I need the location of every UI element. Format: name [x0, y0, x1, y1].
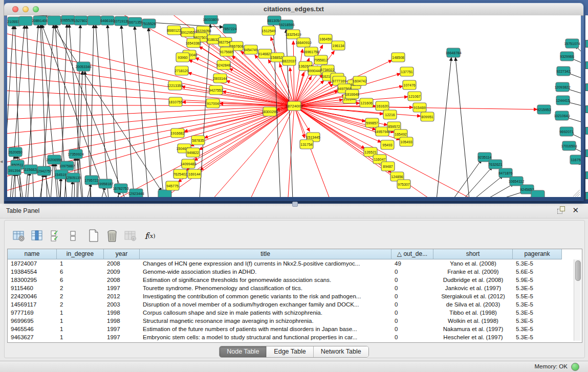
graph-node[interactable]: 12923448: [128, 189, 144, 197]
graph-node[interactable]: 89487: [381, 162, 395, 171]
graph-node[interactable]: 121606: [360, 98, 373, 107]
graph-node[interactable]: 95493: [381, 140, 394, 149]
graph-node[interactable]: [19, 16, 32, 26]
graph-node[interactable]: 137751: [400, 67, 413, 76]
show-columns-icon[interactable]: [30, 228, 45, 244]
graph-node[interactable]: 19218596: [278, 20, 294, 29]
collapsed-left-panel[interactable]: ◀: [0, 0, 4, 204]
graph-node[interactable]: 161620: [376, 101, 389, 111]
graph-node[interactable]: [158, 190, 171, 197]
graph-node[interactable]: 8660123: [167, 26, 181, 35]
graph-node[interactable]: 20053346: [75, 62, 91, 71]
graph-node[interactable]: 7515526: [142, 19, 156, 28]
graph-node[interactable]: 20891406: [32, 16, 48, 25]
table-row[interactable]: 1872400712008Changes of HCN gene express…: [8, 259, 562, 268]
graph-node[interactable]: 1916682: [170, 128, 184, 138]
graph-node[interactable]: 15751074: [564, 39, 580, 48]
new-table-icon[interactable]: [86, 228, 101, 244]
column-header[interactable]: year: [104, 249, 140, 259]
graph-node[interactable]: 121067: [408, 92, 421, 101]
graph-node[interactable]: 9692071: [559, 127, 573, 136]
table-scrollbar[interactable]: [574, 259, 581, 341]
graph-node[interactable]: 17016504: [561, 141, 577, 150]
graph-node[interactable]: 9242848: [216, 60, 230, 70]
graph-node[interactable]: 1512549: [262, 26, 275, 35]
graph-node[interactable]: 116753: [570, 155, 581, 164]
graph-node[interactable]: 9329966: [560, 52, 574, 61]
graph-node[interactable]: 17359924: [68, 149, 83, 159]
graph-node[interactable]: 391394: [8, 166, 21, 175]
tab-node-table[interactable]: Node Table: [220, 346, 267, 357]
graph-node[interactable]: 9227342: [556, 67, 570, 76]
graph-node[interactable]: 599857: [365, 118, 379, 127]
graph-node[interactable]: 1810755: [168, 97, 182, 106]
graph-node[interactable]: 10975887: [59, 161, 75, 170]
graph-node[interactable]: 2620650: [8, 147, 22, 157]
graph-node[interactable]: 945775: [166, 181, 179, 190]
canvas-resize-grip[interactable]: [573, 190, 580, 196]
column-header[interactable]: pagerank: [513, 249, 562, 259]
graph-node[interactable]: 166459: [319, 34, 332, 43]
graph-node[interactable]: 10210643: [554, 111, 570, 120]
table-row[interactable]: 969969511998Structural magnetic resonanc…: [8, 317, 562, 325]
graph-node[interactable]: 93960: [176, 53, 189, 62]
function-builder-icon[interactable]: f(x): [142, 228, 158, 244]
graph-node[interactable]: 10654112: [509, 177, 525, 186]
table-row[interactable]: 946362711997Embryonic stem cells: a mode…: [8, 333, 562, 341]
graph-node[interactable]: 1244415: [556, 96, 570, 105]
graph-node[interactable]: 8454749: [244, 45, 257, 54]
graph-node[interactable]: 20206556: [46, 155, 62, 164]
graph-node[interactable]: [48, 16, 61, 25]
graph-node[interactable]: 12213359: [167, 81, 183, 90]
graph-node[interactable]: 7632621: [488, 160, 502, 169]
graph-node[interactable]: 12942757: [36, 166, 52, 176]
graph-node[interactable]: 16648784: [445, 48, 461, 57]
table-row[interactable]: 1456911722003Disruption of a novel membe…: [8, 300, 562, 309]
table-row[interactable]: 911546021997Tourette syndrome. Phenomeno…: [8, 284, 562, 292]
graph-node[interactable]: 917004: [206, 99, 220, 108]
graph-node[interactable]: 1604742: [353, 76, 366, 85]
graph-node[interactable]: 2718120: [175, 66, 188, 75]
graph-node[interactable]: 9215953: [537, 105, 551, 114]
column-header[interactable]: △ out_de...: [391, 249, 433, 259]
graph-node[interactable]: 1816648: [345, 90, 359, 99]
graph-node[interactable]: 16033809: [203, 15, 219, 24]
graph-node[interactable]: 12505135: [65, 173, 81, 182]
graph-node[interactable]: 18300295: [262, 107, 277, 116]
network-canvas[interactable]: 2105572208914061065528715278026466160107…: [7, 15, 581, 197]
delete-table-icon[interactable]: [104, 228, 120, 244]
graph-node[interactable]: 1795722: [84, 176, 98, 185]
graph-node[interactable]: 16640910: [295, 38, 311, 47]
graph-node[interactable]: 16782753: [113, 184, 128, 193]
column-header[interactable]: title: [140, 249, 391, 259]
scrollbar-thumb[interactable]: [575, 260, 581, 281]
panel-splitter-handle[interactable]: [292, 202, 298, 207]
graph-node[interactable]: 8822037: [282, 56, 296, 65]
table-row[interactable]: 946554611997Estimation of the future num…: [8, 325, 562, 333]
graph-hub-node[interactable]: 18724007: [285, 101, 303, 111]
graph-node[interactable]: 18325419: [285, 30, 301, 39]
graph-node[interactable]: 8912955: [181, 28, 194, 37]
table-row[interactable]: 977716911998Corpus callosum shape and si…: [8, 309, 562, 317]
graph-node[interactable]: 107476: [403, 80, 416, 90]
graph-node[interactable]: [531, 190, 545, 197]
panel-collapse-arrow-icon[interactable]: ◀: [0, 160, 3, 164]
graph-node[interactable]: 915469: [413, 103, 426, 112]
graph-node[interactable]: 16671358: [127, 17, 143, 27]
graph-node[interactable]: 1527802: [74, 16, 88, 25]
column-header[interactable]: short: [433, 249, 513, 259]
graph-node[interactable]: 105493: [400, 137, 413, 146]
graph-node[interactable]: 8990448: [308, 66, 321, 75]
graph-node[interactable]: 7955812: [314, 55, 328, 64]
row-options-icon[interactable]: [66, 228, 81, 244]
graph-node[interactable]: 9427552: [209, 85, 223, 95]
table-row[interactable]: 1938455462009Genome-wide association stu…: [8, 268, 562, 276]
column-header[interactable]: name: [8, 249, 57, 259]
select-columns-icon[interactable]: ✓✓: [48, 228, 63, 244]
graph-node[interactable]: 6466160: [100, 16, 114, 25]
memory-ok-indicator[interactable]: [571, 363, 579, 371]
tab-edge-table[interactable]: Edge Table: [267, 346, 313, 357]
graph-node[interactable]: 12093822: [554, 82, 570, 92]
graph-node[interactable]: 16543382: [185, 38, 201, 48]
graph-node[interactable]: 9175685: [220, 47, 233, 56]
